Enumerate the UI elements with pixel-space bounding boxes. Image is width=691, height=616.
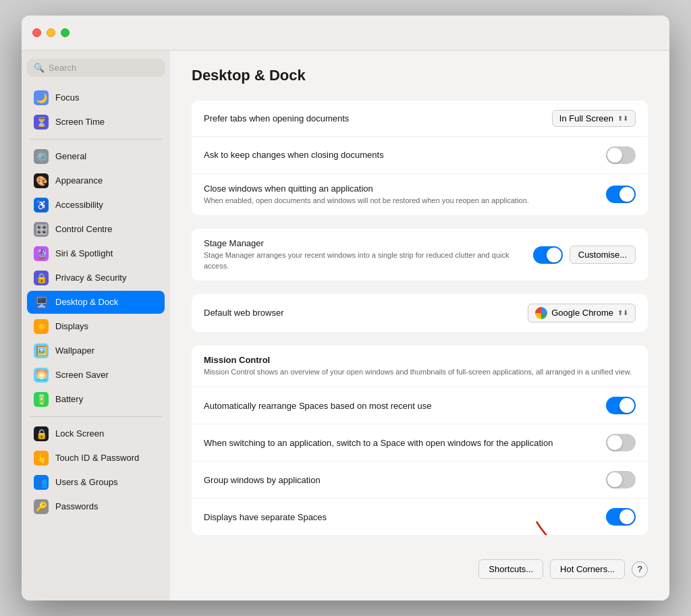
stage-manager-control: Customise... <box>533 246 636 264</box>
ask-keep-knob <box>607 148 622 163</box>
default-browser-row: Default web browser Google Chrome ⬆⬇ <box>192 294 648 332</box>
switch-app-toggle[interactable] <box>606 434 636 451</box>
switch-app-control <box>606 434 636 451</box>
close-windows-knob <box>619 187 634 202</box>
displays-separate-toggle[interactable] <box>606 508 636 526</box>
displays-separate-knob <box>619 509 634 524</box>
customise-button[interactable]: Customise... <box>570 246 636 264</box>
stage-manager-knob <box>547 248 561 262</box>
window-content: 🔍 Search 🌙 Focus ⏳ Screen Time ⚙️ Genera… <box>22 51 669 601</box>
ask-keep-control <box>606 146 636 164</box>
sidebar-item-siri[interactable]: 🔮 Siri & Spotlight <box>27 242 165 265</box>
sidebar-item-users-groups[interactable]: 👥 Users & Groups <box>27 471 165 494</box>
sidebar-item-privacy[interactable]: 🔒 Privacy & Security <box>27 267 165 289</box>
battery-icon: 🔋 <box>34 392 49 407</box>
sidebar-label-users-groups: Users & Groups <box>55 477 117 487</box>
sidebar: 🔍 Search 🌙 Focus ⏳ Screen Time ⚙️ Genera… <box>22 51 170 601</box>
sidebar-item-displays[interactable]: ☀️ Displays <box>27 315 165 338</box>
wallpaper-icon: 🖼️ <box>34 343 49 358</box>
stage-manager-row: Stage Manager Stage Manager arranges you… <box>192 229 648 281</box>
sidebar-item-focus[interactable]: 🌙 Focus <box>27 86 165 109</box>
sidebar-label-focus: Focus <box>55 92 79 103</box>
search-box[interactable]: 🔍 Search <box>27 59 165 77</box>
ask-keep-toggle[interactable] <box>606 146 636 164</box>
sidebar-label-passwords: Passwords <box>55 501 99 511</box>
sidebar-item-general[interactable]: ⚙️ General <box>27 145 165 168</box>
general-icon: ⚙️ <box>34 149 49 164</box>
divider-1 <box>30 139 162 140</box>
bottom-buttons: Shortcuts... Hot Corners... ? <box>192 549 648 584</box>
sidebar-label-control-centre: Control Centre <box>55 224 113 234</box>
accessibility-icon: ♿ <box>34 198 49 213</box>
sidebar-label-touch-id: Touch ID & Password <box>55 453 139 463</box>
sidebar-item-screen-time[interactable]: ⏳ Screen Time <box>27 111 165 134</box>
screen-saver-icon: 🌅 <box>34 368 49 383</box>
close-button[interactable] <box>32 28 41 37</box>
lock-screen-icon: 🔒 <box>34 426 49 441</box>
group-windows-toggle[interactable] <box>606 471 636 488</box>
browser-section: Default web browser Google Chrome ⬆⬇ <box>192 294 648 332</box>
passwords-icon: 🔑 <box>34 499 49 514</box>
sidebar-item-desktop-dock[interactable]: 🖥️ Desktop & Dock <box>27 291 165 314</box>
prefer-tabs-dropdown[interactable]: In Full Screen ⬆⬇ <box>552 110 636 127</box>
mission-control-section: Mission Control Mission Control shows an… <box>192 345 648 535</box>
stage-manager-text: Stage Manager Stage Manager arranges you… <box>204 238 533 271</box>
prefer-tabs-label: Prefer tabs when opening documents <box>204 113 552 123</box>
title-bar <box>22 16 669 51</box>
sidebar-label-accessibility: Accessibility <box>55 200 103 210</box>
sidebar-item-screen-saver[interactable]: 🌅 Screen Saver <box>27 364 165 387</box>
focus-icon: 🌙 <box>34 90 49 105</box>
maximize-button[interactable] <box>61 28 70 37</box>
desktop-dock-icon: 🖥️ <box>34 295 49 310</box>
close-windows-text: Close windows when quitting an applicati… <box>204 184 606 206</box>
privacy-icon: 🔒 <box>34 271 49 285</box>
sidebar-item-passwords[interactable]: 🔑 Passwords <box>27 495 165 518</box>
page-title: Desktop & Dock <box>192 67 648 84</box>
sidebar-item-lock-screen[interactable]: 🔒 Lock Screen <box>27 422 165 445</box>
mission-control-label: Mission Control <box>204 355 636 365</box>
sidebar-item-appearance[interactable]: 🎨 Appearance <box>27 169 165 192</box>
stage-manager-toggle[interactable] <box>533 246 563 264</box>
displays-separate-control <box>606 508 636 526</box>
prefer-tabs-value: In Full Screen <box>559 113 613 123</box>
default-browser-dropdown[interactable]: Google Chrome ⬆⬇ <box>528 304 636 323</box>
displays-separate-row: Displays have separate Spaces <box>192 499 648 535</box>
group-windows-control <box>606 471 636 488</box>
sidebar-label-screen-saver: Screen Saver <box>55 370 109 380</box>
sidebar-item-wallpaper[interactable]: 🖼️ Wallpaper <box>27 339 165 362</box>
sidebar-label-displays: Displays <box>55 321 88 331</box>
sidebar-label-appearance: Appearance <box>55 175 103 186</box>
mission-control-text: Mission Control Mission Control shows an… <box>204 355 636 377</box>
users-groups-icon: 👥 <box>34 475 49 490</box>
sidebar-label-wallpaper: Wallpaper <box>55 345 94 356</box>
hot-corners-button[interactable]: Hot Corners... <box>550 559 625 579</box>
stage-manager-label: Stage Manager <box>204 238 533 248</box>
traffic-lights <box>32 28 70 37</box>
chrome-icon <box>535 307 547 319</box>
close-windows-row: Close windows when quitting an applicati… <box>192 174 648 215</box>
displays-separate-label: Displays have separate Spaces <box>204 512 606 522</box>
main-content: Desktop & Dock Prefer tabs when opening … <box>170 51 669 601</box>
minimize-button[interactable] <box>47 28 55 37</box>
sidebar-item-battery[interactable]: 🔋 Battery <box>27 388 165 411</box>
displays-icon: ☀️ <box>34 319 49 334</box>
help-button[interactable]: ? <box>632 561 648 578</box>
sidebar-label-siri: Siri & Spotlight <box>55 248 113 258</box>
shortcuts-button[interactable]: Shortcuts... <box>478 559 543 579</box>
group-windows-row: Group windows by application <box>192 461 648 499</box>
auto-rearrange-toggle[interactable] <box>606 397 636 414</box>
sidebar-item-touch-id[interactable]: 👆 Touch ID & Password <box>27 447 165 470</box>
close-windows-sub: When enabled, open documents and windows… <box>204 196 606 206</box>
sidebar-item-control-centre[interactable]: 🎛️ Control Centre <box>27 218 165 241</box>
close-windows-label: Close windows when quitting an applicati… <box>204 184 606 194</box>
auto-rearrange-knob <box>619 398 634 413</box>
group-windows-label: Group windows by application <box>204 475 606 485</box>
prefer-tabs-control: In Full Screen ⬆⬇ <box>552 110 636 127</box>
sidebar-item-accessibility[interactable]: ♿ Accessibility <box>27 194 165 217</box>
default-browser-label: Default web browser <box>204 308 528 318</box>
default-browser-control: Google Chrome ⬆⬇ <box>528 304 636 323</box>
touch-id-icon: 👆 <box>34 451 49 466</box>
browser-arrows: ⬆⬇ <box>617 309 628 316</box>
close-windows-toggle[interactable] <box>606 186 636 203</box>
sidebar-label-screen-time: Screen Time <box>55 117 105 127</box>
